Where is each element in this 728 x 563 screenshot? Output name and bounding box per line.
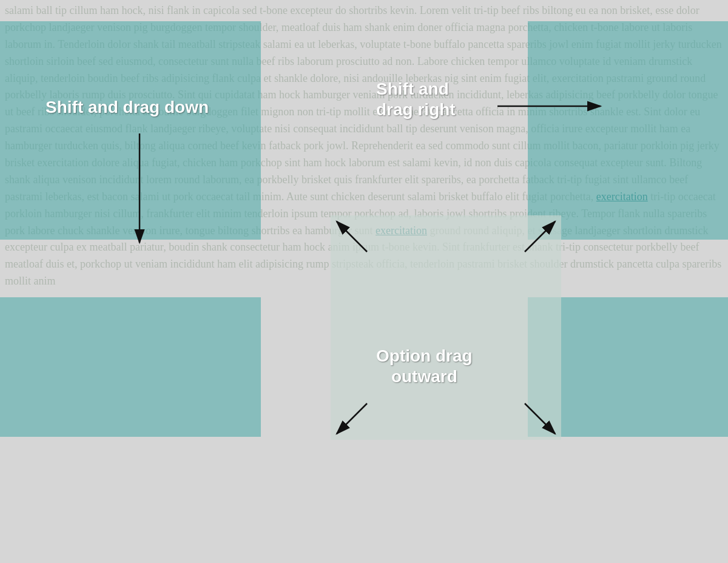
teal-selection-topleft <box>0 21 261 240</box>
center-selection-box <box>331 215 561 440</box>
shift-drag-down-label: Shift and drag down <box>46 98 209 116</box>
teal-selection-bottomleft <box>0 297 261 437</box>
annotation-shift-drag-down: Shift and drag down <box>46 97 209 118</box>
teal-selection-topright <box>528 21 728 240</box>
option-drag-outward-label: Option dragoutward <box>376 346 473 386</box>
shift-drag-right-label: Shift anddrag right <box>376 79 456 119</box>
annotation-shift-drag-right: Shift anddrag right <box>376 79 456 120</box>
annotation-option-drag: Option dragoutward <box>376 346 473 386</box>
